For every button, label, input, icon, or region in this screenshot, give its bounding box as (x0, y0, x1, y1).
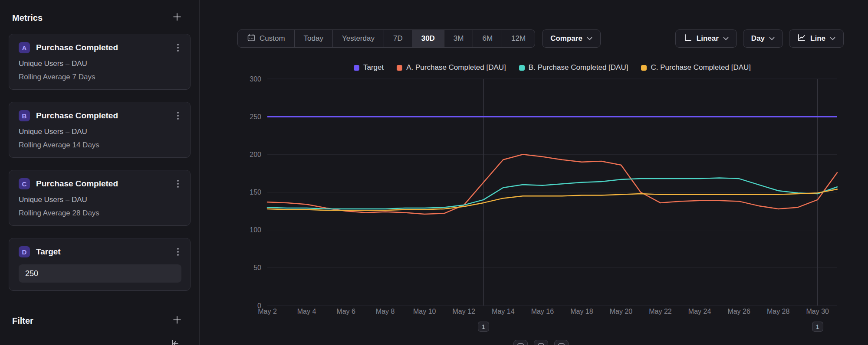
kebab-menu-icon[interactable] (174, 178, 181, 190)
metric-card-header: A Purchase Completed (19, 42, 181, 54)
svg-text:May 4: May 4 (297, 308, 316, 315)
svg-text:May 26: May 26 (727, 308, 750, 315)
svg-text:150: 150 (250, 189, 261, 196)
svg-text:May 6: May 6 (336, 308, 355, 315)
svg-text:May 2: May 2 (258, 308, 277, 315)
line-chart-plot[interactable]: 050100150200250300May 2May 4May 6May 8Ma… (200, 0, 868, 345)
filter-header: Filter (12, 315, 182, 326)
metric-title: Purchase Completed (36, 111, 174, 120)
svg-text:May 30: May 30 (806, 308, 829, 315)
metric-card-b[interactable]: B Purchase Completed Unique Users – DAU … (9, 102, 191, 158)
annotation-marker[interactable]: 1 (812, 322, 823, 332)
chart-action-button-2[interactable] (534, 340, 548, 345)
metric-transform: Rolling Average 7 Days (19, 73, 181, 81)
metric-card-header: D Target (19, 246, 181, 258)
add-filter-button[interactable] (172, 315, 182, 326)
metric-card-c[interactable]: C Purchase Completed Unique Users – DAU … (9, 170, 191, 226)
alert-icon (537, 343, 545, 345)
svg-text:May 22: May 22 (649, 308, 672, 315)
target-card[interactable]: D Target 250 (9, 238, 191, 291)
metric-transform: Rolling Average 14 Days (19, 141, 181, 150)
svg-text:50: 50 (253, 264, 261, 271)
collapse-sidebar-icon[interactable] (171, 339, 180, 345)
chart-action-button-1[interactable] (513, 340, 528, 345)
svg-text:May 28: May 28 (767, 308, 790, 315)
svg-text:May 8: May 8 (376, 308, 395, 315)
add-metric-button[interactable] (172, 12, 182, 23)
expand-icon (558, 343, 565, 345)
kebab-menu-icon[interactable] (174, 110, 181, 122)
metric-title: Purchase Completed (36, 179, 174, 189)
chart-panel: Custom Today Yesterday 7D 30D 3M 6M 12M … (200, 0, 868, 345)
kebab-menu-icon[interactable] (174, 246, 181, 258)
chart-action-button-3[interactable] (554, 340, 569, 345)
metrics-header: Metrics (12, 12, 182, 23)
svg-text:May 14: May 14 (492, 308, 515, 315)
metric-badge: B (19, 110, 30, 121)
metric-measure: Unique Users – DAU (19, 195, 181, 204)
svg-text:300: 300 (250, 75, 261, 83)
target-value-input[interactable]: 250 (19, 264, 181, 283)
metric-measure: Unique Users – DAU (19, 59, 181, 68)
kebab-menu-icon[interactable] (174, 42, 181, 54)
app-root: Metrics A Purchase Completed Unique User… (0, 0, 868, 345)
metric-measure: Unique Users – DAU (19, 127, 181, 136)
svg-text:May 20: May 20 (610, 308, 633, 315)
svg-text:250: 250 (250, 113, 261, 120)
metric-badge: A (19, 42, 30, 53)
metrics-title: Metrics (12, 13, 43, 23)
metric-card-header: C Purchase Completed (19, 178, 181, 190)
metric-title: Purchase Completed (36, 43, 174, 52)
svg-text:May 10: May 10 (413, 308, 436, 315)
plus-icon (172, 12, 182, 23)
metrics-sidebar: Metrics A Purchase Completed Unique User… (0, 0, 200, 345)
svg-text:May 16: May 16 (531, 308, 554, 315)
svg-text:May 12: May 12 (453, 308, 476, 315)
annotation-icon (517, 343, 524, 345)
metric-title: Target (36, 247, 174, 257)
svg-text:May 18: May 18 (570, 308, 593, 315)
metric-card-a[interactable]: A Purchase Completed Unique Users – DAU … (9, 34, 191, 90)
metric-badge: C (19, 178, 30, 189)
metric-transform: Rolling Average 28 Days (19, 209, 181, 218)
svg-text:May 24: May 24 (688, 308, 711, 315)
svg-text:100: 100 (250, 226, 261, 234)
svg-text:200: 200 (250, 151, 261, 158)
annotation-marker[interactable]: 1 (478, 322, 489, 332)
plus-icon (172, 315, 182, 326)
metric-card-header: B Purchase Completed (19, 110, 181, 122)
chart-footer-actions (513, 340, 569, 345)
filter-title: Filter (12, 316, 33, 326)
metric-badge: D (19, 246, 30, 257)
